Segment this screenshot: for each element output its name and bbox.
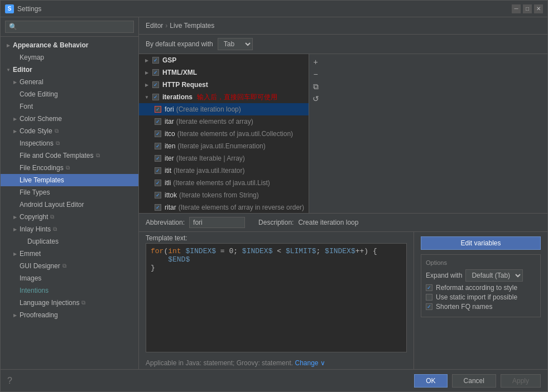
- sidebar-item-live-templates[interactable]: Live Templates: [1, 174, 138, 186]
- panel-toolbar: By default expand with Tab Enter: [139, 35, 547, 54]
- sidebar-item-images[interactable]: Images: [1, 272, 138, 284]
- tpl-item-fori[interactable]: fori (Create iteration loop): [139, 103, 309, 115]
- sidebar-item-inlay-hints[interactable]: ▶ Inlay Hints ⧉: [1, 223, 138, 235]
- maximize-button[interactable]: □: [523, 4, 532, 13]
- code-editor[interactable]: for(int $INDEX$ = 0; $INDEX$ < $LIMIT$; …: [146, 243, 407, 352]
- tpl-checkbox-fori[interactable]: [155, 106, 161, 113]
- restore-template-button[interactable]: ↺: [310, 93, 321, 104]
- tpl-checkbox-itco[interactable]: [155, 130, 161, 137]
- expand-with-select[interactable]: Default (Tab) Tab Enter: [465, 269, 523, 282]
- spacer: [12, 287, 18, 294]
- tpl-checkbox-ittok[interactable]: [155, 192, 161, 199]
- tpl-checkbox-itit[interactable]: [155, 167, 161, 174]
- arrow-icon: ▶: [12, 115, 18, 122]
- sidebar-item-label: Language Injections: [20, 299, 79, 307]
- static-import-row: Use static import if possible: [426, 293, 536, 301]
- spacer: [12, 275, 18, 282]
- copy-template-button[interactable]: ⧉: [310, 81, 321, 92]
- tpl-checkbox-http[interactable]: [152, 81, 159, 88]
- sidebar-item-duplicates[interactable]: Duplicates: [1, 235, 138, 248]
- tpl-group-gsp[interactable]: ▶ GSP: [139, 54, 309, 66]
- tpl-checkbox-iter[interactable]: [155, 155, 161, 162]
- spacer: [12, 164, 18, 171]
- tpl-item-name: itar: [165, 118, 174, 125]
- spacer: [12, 263, 18, 269]
- tpl-checkbox-iterations[interactable]: [152, 94, 159, 100]
- sidebar-item-file-types[interactable]: File Types: [1, 186, 138, 199]
- abbreviation-input[interactable]: [189, 217, 245, 228]
- sidebar-item-code-editing[interactable]: Code Editing: [1, 88, 138, 100]
- sidebar-item-code-style[interactable]: ▶ Code Style ⧉: [1, 125, 138, 137]
- tpl-item-itar[interactable]: itar (Iterate elements of array): [139, 115, 309, 128]
- tpl-item-iter[interactable]: iter (Iterate Iterable | Array): [139, 152, 309, 164]
- title-bar: S Settings ─ □ ✕: [1, 1, 547, 17]
- copy-icon: ⧉: [53, 226, 57, 233]
- sidebar-item-inspections[interactable]: Inspections ⧉: [1, 137, 138, 149]
- help-button[interactable]: ?: [7, 376, 12, 386]
- tpl-group-iterations[interactable]: ▼ iterations 输入后，直接回车即可使用: [139, 91, 309, 103]
- tpl-group-http[interactable]: ▶ HTTP Request: [139, 79, 309, 91]
- sidebar-item-label: Code Editing: [20, 90, 58, 98]
- copy-icon: ⧉: [63, 263, 66, 269]
- cancel-button[interactable]: Cancel: [452, 374, 496, 388]
- sidebar-item-android-layout[interactable]: Android Layout Editor: [1, 199, 138, 211]
- sidebar-item-emmet[interactable]: ▶ Emmet: [1, 248, 138, 260]
- tpl-item-itit[interactable]: itit (Iterate java.util.Iterator): [139, 164, 309, 177]
- search-input[interactable]: [5, 21, 134, 33]
- tpl-checkbox-html[interactable]: [152, 69, 159, 76]
- tpl-item-desc: (Iterate elements of java.util.List): [173, 179, 270, 187]
- expand-select[interactable]: Tab Enter: [218, 38, 253, 50]
- sidebar-item-appearance[interactable]: ▶ Appearance & Behavior: [1, 39, 138, 51]
- tpl-checkbox-itli[interactable]: [155, 180, 161, 186]
- description-label: Description:: [258, 219, 294, 226]
- sidebar-item-label: General: [20, 78, 44, 86]
- sidebar-item-label: Code Style: [20, 127, 52, 135]
- edit-variables-button[interactable]: Edit variables: [421, 236, 541, 250]
- tpl-item-itli[interactable]: itli (Iterate elements of java.util.List…: [139, 177, 309, 189]
- remove-template-button[interactable]: −: [310, 69, 321, 80]
- options-group: Options Expand with Default (Tab) Tab En…: [421, 254, 541, 317]
- apply-button[interactable]: Apply: [501, 374, 541, 388]
- change-link[interactable]: Change ∨: [295, 359, 325, 367]
- arrow-icon: ▶: [12, 79, 18, 85]
- tpl-item-ittok[interactable]: ittok (Iterate tokens from String): [139, 189, 309, 201]
- sidebar-item-file-encodings[interactable]: File Encodings ⧉: [1, 162, 138, 174]
- sidebar-item-general[interactable]: ▶ General: [1, 76, 138, 88]
- tpl-item-name: itco: [165, 130, 175, 138]
- tpl-checkbox-gsp[interactable]: [152, 57, 159, 64]
- close-button[interactable]: ✕: [534, 4, 543, 13]
- add-template-button[interactable]: +: [310, 56, 321, 67]
- tpl-item-itco[interactable]: itco (Iterate elements of java.util.Coll…: [139, 128, 309, 140]
- tpl-item-iten[interactable]: iten (Iterate java.util.Enumeration): [139, 140, 309, 152]
- sidebar-item-file-templates[interactable]: File and Code Templates ⧉: [1, 149, 138, 162]
- options-title: Options: [426, 259, 536, 266]
- sidebar-item-intentions[interactable]: Intentions: [1, 284, 138, 297]
- static-import-checkbox[interactable]: [426, 294, 432, 301]
- sidebar-item-gui-designer[interactable]: GUI Designer ⧉: [1, 260, 138, 272]
- code-line-3: }: [151, 264, 402, 272]
- tpl-group-html[interactable]: ▶ HTML/XML: [139, 66, 309, 79]
- sidebar-item-color-scheme[interactable]: ▶ Color Scheme: [1, 113, 138, 125]
- tpl-checkbox-ritar[interactable]: [155, 204, 161, 211]
- breadcrumb-live-templates: Live Templates: [170, 22, 214, 30]
- expand-with-label: Expand with: [426, 272, 462, 279]
- ok-button[interactable]: OK: [414, 374, 447, 388]
- arrow-icon: ▶: [12, 250, 18, 257]
- reformat-checkbox[interactable]: [426, 284, 432, 291]
- shorten-fq-checkbox[interactable]: [426, 303, 432, 310]
- tpl-arrow-icon: ▼: [143, 94, 150, 100]
- tpl-arrow-icon: ▶: [143, 81, 150, 88]
- sidebar-item-font[interactable]: Font: [1, 100, 138, 113]
- copy-icon: ⧉: [50, 214, 54, 220]
- spacer: [12, 91, 18, 98]
- static-import-label: Use static import if possible: [436, 293, 517, 301]
- tpl-item-ritar[interactable]: ritar (Iterate elements of array in reve…: [139, 201, 309, 213]
- sidebar-item-editor[interactable]: ▼ Editor: [1, 64, 138, 76]
- sidebar-item-proofreading[interactable]: ▶ Proofreading: [1, 309, 138, 321]
- minimize-button[interactable]: ─: [512, 4, 521, 13]
- tpl-checkbox-itar[interactable]: [155, 118, 161, 125]
- sidebar-item-lang-injections[interactable]: Language Injections ⧉: [1, 297, 138, 309]
- sidebar-item-copyright[interactable]: ▶ Copyright ⧉: [1, 211, 138, 223]
- tpl-checkbox-iten[interactable]: [155, 143, 161, 149]
- sidebar-item-keymap[interactable]: Keymap: [1, 51, 138, 64]
